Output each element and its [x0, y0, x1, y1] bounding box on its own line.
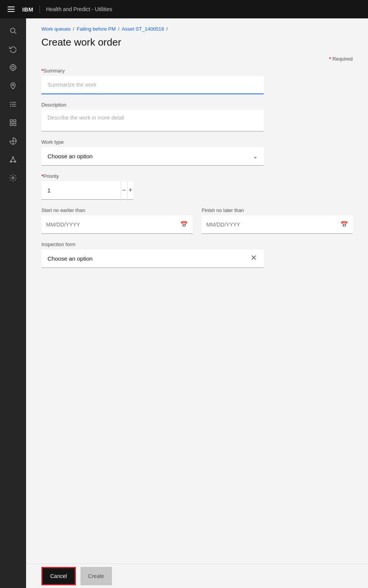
svg-rect-13: [14, 120, 16, 122]
start-calendar-icon[interactable]: 📅: [180, 221, 188, 228]
bottom-bar: Cancel Create: [26, 563, 368, 588]
inspection-label: Inspection form: [41, 241, 353, 247]
breadcrumb-failing-before-pm[interactable]: Failing before PM: [77, 26, 116, 32]
svg-point-0: [10, 28, 15, 33]
sidebar-item-checklist[interactable]: [0, 95, 26, 113]
page-title: Create work order: [41, 36, 353, 48]
svg-rect-15: [14, 123, 16, 126]
required-asterisk: *: [329, 56, 331, 62]
breadcrumb-sep-1: /: [73, 26, 74, 32]
required-note: * Required: [41, 56, 353, 62]
finish-date-label: Finish no later than: [202, 207, 353, 213]
work-type-group: Work type Choose an option ⌄: [41, 139, 353, 166]
start-date-input[interactable]: [46, 222, 180, 228]
sidebar-item-search[interactable]: [0, 21, 26, 40]
description-group: Description: [41, 102, 353, 131]
priority-label: *Priority: [41, 173, 353, 179]
start-date-label: Start no earlier than: [41, 207, 192, 213]
edit-clear-icon[interactable]: [250, 254, 258, 263]
breadcrumb-work-queues[interactable]: Work queues: [41, 26, 71, 32]
start-date-wrapper: 📅: [41, 215, 192, 234]
sidebar-item-dashboard[interactable]: [0, 113, 26, 132]
breadcrumb: Work queues / Failing before PM / Asset …: [41, 26, 353, 32]
summary-label: *Summary: [41, 68, 353, 74]
priority-stepper: − +: [41, 181, 133, 200]
finish-date-group: Finish no later than 📅: [202, 207, 353, 234]
svg-point-2: [10, 65, 16, 71]
svg-point-16: [12, 157, 13, 158]
svg-rect-12: [10, 120, 13, 122]
priority-input[interactable]: [41, 187, 121, 194]
topbar-divider: [39, 5, 40, 13]
sidebar-item-settings[interactable]: [0, 169, 26, 187]
svg-rect-14: [10, 123, 13, 126]
finish-date-wrapper: 📅: [202, 215, 353, 234]
svg-line-19: [11, 158, 13, 161]
priority-decrement-button[interactable]: −: [121, 181, 127, 200]
sidebar-item-history[interactable]: [0, 40, 26, 58]
finish-calendar-icon[interactable]: 📅: [340, 221, 348, 228]
sidebar-item-location[interactable]: [0, 77, 26, 95]
svg-point-3: [12, 66, 15, 69]
work-type-dropdown[interactable]: Choose an option ⌄: [41, 147, 264, 166]
cancel-button[interactable]: Cancel: [41, 567, 76, 585]
sidebar-item-analytics[interactable]: [0, 132, 26, 150]
priority-group: *Priority − +: [41, 173, 353, 200]
summary-input[interactable]: [41, 76, 264, 94]
svg-point-22: [12, 177, 14, 179]
inspection-placeholder: Choose an option: [48, 255, 93, 262]
sidebar-item-monitoring[interactable]: [0, 58, 26, 77]
topbar-app-title: Health and Predict - Utilities: [46, 6, 112, 12]
priority-increment-button[interactable]: +: [127, 181, 134, 200]
hamburger-menu-icon[interactable]: [6, 5, 16, 13]
description-input[interactable]: [41, 110, 264, 131]
create-button[interactable]: Create: [80, 567, 112, 585]
inspection-dropdown[interactable]: Choose an option: [41, 250, 264, 268]
finish-date-input[interactable]: [206, 222, 340, 228]
topbar: IBM Health and Predict - Utilities: [0, 0, 368, 18]
breadcrumb-asset[interactable]: Asset ST_1400518: [122, 26, 164, 32]
main-layout: Work queues / Failing before PM / Asset …: [0, 18, 368, 588]
start-date-group: Start no earlier than 📅: [41, 207, 192, 234]
description-label: Description: [41, 102, 353, 108]
breadcrumb-sep-2: /: [118, 26, 120, 32]
sidebar-item-network[interactable]: [0, 150, 26, 169]
work-type-chevron-icon: ⌄: [253, 153, 258, 160]
inspection-group: Inspection form Choose an option: [41, 241, 353, 268]
summary-group: *Summary: [41, 68, 353, 94]
brand-label: IBM: [22, 6, 33, 13]
svg-line-1: [15, 32, 16, 34]
work-type-placeholder: Choose an option: [48, 153, 93, 159]
svg-line-20: [13, 158, 15, 161]
work-type-label: Work type: [41, 139, 353, 145]
sidebar: [0, 18, 26, 588]
date-row: Start no earlier than 📅 Finish no later …: [41, 207, 353, 234]
breadcrumb-sep-3: /: [166, 26, 168, 32]
svg-point-8: [12, 84, 14, 85]
content-area: Work queues / Failing before PM / Asset …: [26, 18, 368, 588]
